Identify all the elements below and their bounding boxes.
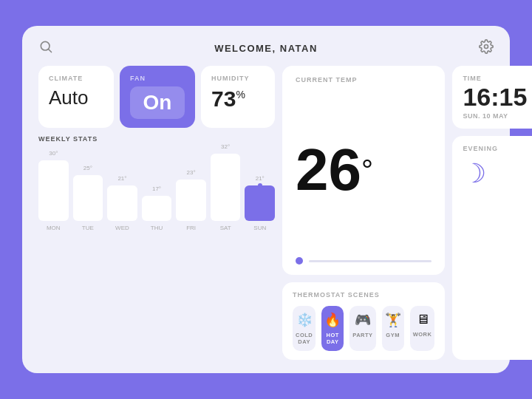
main-grid: CLIMATE Auto FAN On HUMIDITY 73%	[38, 66, 494, 360]
evening-header: EVENING	[463, 145, 532, 152]
moon-icon: ☽	[463, 158, 486, 189]
bar-wrapper: 17°	[142, 150, 172, 221]
current-temp-card: CURRENT TEMP 26°	[282, 66, 445, 275]
humidity-value: 73%	[211, 86, 265, 112]
fan-label: FAN	[130, 75, 185, 82]
search-icon[interactable]	[38, 39, 53, 57]
controls-row: CLIMATE Auto FAN On HUMIDITY 73%	[38, 66, 275, 128]
bar-value-tue: 25°	[83, 165, 92, 171]
right-column: TIME 16:15 SUN. 10 MAY EVENING ☽ 27°	[452, 66, 532, 360]
scene-icon-2: 🎮	[355, 312, 371, 328]
day-label-mon: MON	[47, 225, 61, 231]
scenes-row: ❄️COLD DAY🔥HOT DAY🎮PARTY🏋GYM🖥WORK	[293, 306, 434, 351]
time-value: 16:15	[463, 83, 532, 111]
weekly-stats-label: WEEKLY STATS	[38, 135, 275, 143]
bar-dot	[258, 183, 262, 188]
weekly-stats: WEEKLY STATS 30°MON25°TUE21°WED17°THU23°…	[38, 135, 275, 360]
bar-mon[interactable]: 30°	[38, 160, 69, 221]
current-temp-label: CURRENT TEMP	[296, 76, 432, 83]
temp-slider-row	[296, 257, 432, 265]
bar-value-sat: 32°	[221, 143, 230, 150]
climate-card: CLIMATE Auto	[38, 66, 114, 128]
day-label-thu: THU	[151, 225, 163, 231]
scene-icon-1: 🔥	[324, 312, 341, 328]
chart: 30°MON25°TUE21°WED17°THU23°FRI32°SAT21°S…	[38, 150, 275, 231]
bar-wrapper: 30°	[38, 150, 69, 221]
chart-col-sat: 32°SAT	[211, 150, 241, 231]
settings-icon[interactable]	[479, 39, 494, 57]
chart-col-wed: 21°WED	[107, 150, 137, 231]
humidity-label: HUMIDITY	[211, 75, 265, 82]
svg-line-1	[49, 50, 52, 52]
scene-btn-hot-day[interactable]: 🔥HOT DAY	[321, 306, 344, 351]
svg-point-2	[484, 45, 488, 49]
day-label-sat: SAT	[220, 225, 231, 231]
time-card: TIME 16:15 SUN. 10 MAY	[452, 66, 532, 129]
bar-wrapper: 21°	[245, 150, 275, 221]
scene-name-2: PARTY	[352, 332, 372, 338]
scene-name-1: HOT DAY	[324, 332, 341, 345]
scene-btn-party[interactable]: 🎮PARTY	[349, 306, 375, 351]
header: WELCOME, NATAN	[38, 39, 494, 57]
bar-wed[interactable]: 21°	[107, 185, 137, 221]
temp-dot	[296, 257, 303, 265]
temp-slider[interactable]	[309, 260, 432, 262]
chart-col-fri: 23°FRI	[176, 150, 206, 231]
bar-value-mon: 30°	[49, 150, 58, 157]
day-label-tue: TUE	[82, 225, 94, 231]
chart-col-tue: 25°TUE	[73, 150, 103, 231]
bar-value-sun: 21°	[256, 175, 265, 182]
bar-wrapper: 25°	[73, 150, 103, 221]
bar-value-fri: 23°	[187, 169, 196, 176]
scenes-card: THERMOSTAT SCENES ❄️COLD DAY🔥HOT DAY🎮PAR…	[282, 282, 445, 360]
bar-sat[interactable]: 32°	[211, 154, 241, 221]
chart-col-mon: 30°MON	[38, 150, 69, 231]
chart-col-thu: 17°THU	[142, 150, 172, 231]
climate-value: Auto	[49, 86, 103, 109]
scene-icon-3: 🏋	[385, 312, 401, 328]
scene-name-0: COLD DAY	[296, 332, 313, 345]
bar-sun[interactable]: 21°	[245, 185, 275, 221]
bar-value-wed: 21°	[117, 175, 126, 182]
dashboard: WELCOME, NATAN CLIMATE Auto FAN On	[22, 26, 510, 373]
current-temp-value: 26°	[296, 88, 432, 251]
bar-fri[interactable]: 23°	[176, 180, 206, 221]
scene-btn-gym[interactable]: 🏋GYM	[382, 306, 404, 351]
fan-card[interactable]: FAN On	[120, 66, 195, 128]
bar-thu[interactable]: 17°	[142, 196, 172, 221]
left-column: CLIMATE Auto FAN On HUMIDITY 73%	[38, 66, 275, 360]
day-label-sun: SUN	[253, 225, 266, 231]
evening-content: ☽ 27°	[463, 158, 532, 189]
scene-icon-4: 🖥	[416, 312, 429, 327]
humidity-card: HUMIDITY 73%	[201, 66, 275, 128]
time-label: TIME	[463, 75, 532, 82]
day-label-wed: WED	[115, 225, 129, 231]
bar-tue[interactable]: 25°	[73, 175, 103, 221]
bar-wrapper: 21°	[107, 150, 137, 221]
scene-btn-work[interactable]: 🖥WORK	[410, 306, 435, 351]
bar-wrapper: 32°	[211, 150, 241, 221]
evening-label: EVENING	[463, 145, 498, 152]
scene-btn-cold-day[interactable]: ❄️COLD DAY	[293, 306, 316, 351]
chart-col-sun: 21°SUN	[245, 150, 275, 231]
date-value: SUN. 10 MAY	[463, 112, 532, 120]
climate-label: CLIMATE	[49, 75, 103, 82]
middle-column: CURRENT TEMP 26° THERMOSTAT SCENES ❄️COL…	[282, 66, 445, 360]
page-title: WELCOME, NATAN	[214, 43, 318, 54]
scenes-label: THERMOSTAT SCENES	[293, 291, 434, 299]
day-label-fri: FRI	[186, 225, 196, 231]
scene-icon-0: ❄️	[296, 312, 313, 328]
bar-wrapper: 23°	[176, 150, 206, 221]
bar-value-thu: 17°	[152, 185, 161, 192]
fan-value: On	[130, 86, 185, 119]
evening-card: EVENING ☽ 27°	[452, 136, 532, 360]
scene-name-4: WORK	[413, 331, 432, 338]
scene-name-3: GYM	[386, 332, 400, 338]
